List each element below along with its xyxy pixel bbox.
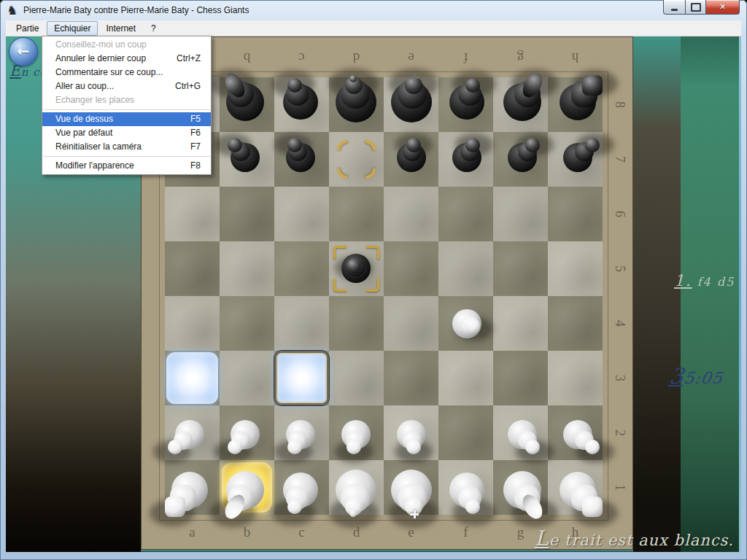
square-f6[interactable] [438,187,493,241]
square-d6[interactable] [329,187,384,241]
menu-item-modifier-l-apparence[interactable]: Modifier l'apparenceF8 [42,159,211,173]
move-list: 1. f4 d5 [674,271,735,289]
square-h3[interactable] [548,351,603,405]
title-bar[interactable]: ♞ Pierre-Marie Baty contre Pierre-Marie … [0,0,747,20]
square-b6[interactable] [220,187,274,241]
square-d3[interactable] [329,351,384,405]
menu-item-label: Vue de dessus [55,112,113,126]
menu-item-label: Commentaire sur ce coup... [55,66,163,79]
square-h5[interactable] [548,241,603,296]
piece-white-bishop-f1[interactable] [438,460,493,515]
square-b4[interactable] [220,296,274,351]
piece-white-pawn-c2[interactable] [274,405,329,460]
piece-white-pawn-h2[interactable] [548,405,603,460]
square-e4[interactable] [384,296,438,351]
piece-white-bishop-c1[interactable] [274,460,329,515]
square-a4[interactable] [165,296,220,351]
piece-white-pawn-g2[interactable] [493,405,548,460]
square-e6[interactable] [384,187,438,241]
piece-head [287,138,302,152]
menu-help[interactable]: ? [144,21,163,36]
menu-bar: PartieEchiquierInternet? [6,20,741,36]
king-cross [410,74,419,82]
king-cross [410,510,419,518]
game-clock: 35:05 [668,363,725,389]
notepad-panel [681,36,739,552]
piece-head [406,440,421,454]
piece-black-pawn-b7[interactable] [220,132,274,187]
piece-head [585,440,600,454]
piece-head [525,440,540,454]
minimize-button[interactable] [663,0,686,15]
piece-black-bishop-f8[interactable] [438,77,493,132]
piece-white-knight-g1[interactable] [493,460,548,515]
piece-white-king-e1[interactable] [384,460,438,515]
piece-white-pawn-f4[interactable] [438,296,493,351]
piece-black-king-e8[interactable] [384,77,438,132]
menu-item-shortcut: F5 [190,112,201,126]
piece-black-queen-d8[interactable] [329,77,384,132]
piece-white-pawn-d2[interactable] [329,405,384,460]
piece-black-knight-g8[interactable] [493,77,548,132]
file-label-top-d: d [329,43,384,72]
square-e3[interactable] [384,351,438,405]
menu-item-aller-au-coup[interactable]: Aller au coup...Ctrl+G [42,79,211,93]
piece-white-knight-b1[interactable] [220,460,274,515]
menu-item-reinitialiser-la-camera[interactable]: Réinitialiser la caméraF7 [42,140,211,154]
piece-black-pawn-f7[interactable] [438,132,493,187]
square-h6[interactable] [548,187,603,241]
square-g5[interactable] [493,241,548,296]
file-label-top-h: h [548,43,603,72]
menu-item-vue-de-dessus[interactable]: Vue de dessusF5 [42,112,211,126]
menu-item-vue-par-defaut[interactable]: Vue par défautF6 [42,126,211,140]
knight-chess-icon: ♞ [7,3,18,18]
square-f3[interactable] [438,351,493,405]
piece-black-pawn-e7[interactable] [384,132,438,187]
menu-item-shortcut: F8 [190,159,201,173]
piece-black-pawn-d5[interactable] [329,241,384,296]
square-g4[interactable] [493,296,548,351]
menu-item-label: Annuler le dernier coup [55,52,146,66]
piece-black-knight-b8[interactable] [220,77,274,132]
square-d4[interactable] [329,296,384,351]
square-f5[interactable] [438,241,493,296]
menu-item-conseillez-moi-un-coup: Conseillez-moi un coup [42,38,211,52]
piece-white-pawn-b2[interactable] [220,405,274,460]
piece-white-pawn-e2[interactable] [384,405,438,460]
file-label-top-b: b [220,43,274,72]
menu-echiquier[interactable]: Echiquier [47,21,98,36]
square-e5[interactable] [384,241,438,296]
piece-white-pawn-a2[interactable] [165,405,220,460]
square-a6[interactable] [165,187,220,241]
board-squares [165,77,603,515]
piece-black-rook-h8[interactable] [548,77,603,132]
square-c5[interactable] [274,241,329,296]
square-c6[interactable] [274,187,329,241]
piece-white-rook-h1[interactable] [548,460,603,515]
piece-black-bishop-c8[interactable] [274,77,329,132]
maximize-button[interactable] [686,0,706,15]
piece-black-pawn-h7[interactable] [548,132,603,187]
piece-white-queen-d1[interactable] [329,460,384,515]
menu-partie[interactable]: Partie [9,21,46,36]
piece-black-pawn-c7[interactable] [274,132,329,187]
square-g3[interactable] [493,351,548,405]
square-g6[interactable] [493,187,548,241]
square-f2[interactable] [438,405,493,460]
menu-item-commentaire-sur-ce-coup[interactable]: Commentaire sur ce coup... [42,66,211,79]
square-h4[interactable] [548,296,603,351]
square-b5[interactable] [220,241,274,296]
menu-separator [43,109,210,110]
file-label-top-g: g [493,43,548,72]
menu-internet[interactable]: Internet [98,21,143,36]
echiquier-menu: Conseillez-moi un coupAnnuler le dernier… [42,36,212,175]
square-c4[interactable] [274,296,329,351]
piece-black-pawn-g7[interactable] [493,132,548,187]
piece-head [287,440,302,454]
back-button[interactable]: ← [9,37,38,66]
square-a5[interactable] [165,241,220,296]
piece-head [347,440,361,454]
close-button[interactable]: ✕ [706,0,740,15]
square-b3[interactable] [220,351,274,405]
menu-item-annuler-le-dernier-coup[interactable]: Annuler le dernier coupCtrl+Z [42,52,211,66]
